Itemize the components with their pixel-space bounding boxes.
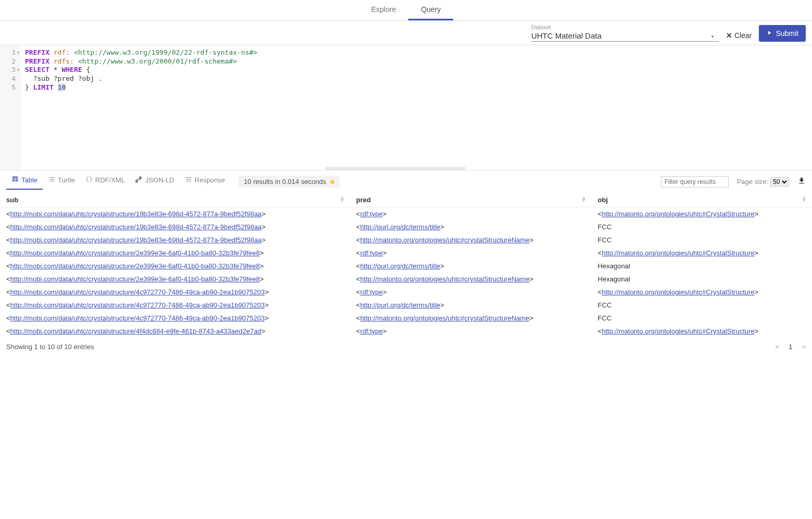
sub-link[interactable]: http://mobi.com/data/uhtc/crystalstructu… (10, 288, 265, 296)
obj-literal: FCC (592, 220, 812, 233)
obj-literal: FCC (592, 233, 812, 246)
pager-next[interactable]: > (802, 343, 806, 351)
table-row: <http://mobi.com/data/uhtc/crystalstruct… (0, 286, 812, 299)
table-row: <http://mobi.com/data/uhtc/crystalstruct… (0, 325, 812, 338)
col-obj[interactable]: obj▲▼ (592, 193, 812, 207)
obj-link[interactable]: http://matonto.org/ontologies/uhtc#Cryst… (602, 327, 754, 335)
table-row: <http://mobi.com/data/uhtc/crystalstruct… (0, 207, 812, 221)
download-icon[interactable] (797, 177, 806, 187)
results-table: sub▲▼ pred▲▼ obj▲▼ <http://mobi.com/data… (0, 193, 812, 338)
submit-label: Submit (776, 29, 798, 38)
pred-link[interactable]: rdf:type (360, 249, 382, 257)
pred-link[interactable]: http://matonto.org/ontologies/uhtc#cryst… (360, 236, 529, 244)
table-row: <http://mobi.com/data/uhtc/crystalstruct… (0, 273, 812, 286)
page-size-select[interactable]: 50 (770, 177, 789, 187)
list-icon (185, 176, 192, 184)
sub-link[interactable]: http://mobi.com/data/uhtc/crystalstructu… (10, 275, 260, 283)
table-icon (11, 176, 19, 184)
status-dot-icon (330, 180, 334, 184)
pred-link[interactable]: http://matonto.org/ontologies/uhtc#cryst… (360, 275, 529, 283)
sub-link[interactable]: http://mobi.com/data/uhtc/crystalstructu… (10, 262, 260, 270)
link-icon (135, 176, 143, 184)
page-size-control: Page size: 50 (737, 177, 789, 187)
clear-label: Clear (734, 31, 752, 40)
obj-literal: Hexagonal (592, 273, 812, 286)
result-controls: Table Turtle RDF/XML JSON-LD Response 10… (0, 170, 812, 193)
filter-input[interactable] (661, 176, 729, 188)
submit-button[interactable]: Submit (759, 25, 806, 42)
dataset-selector[interactable]: Dataset UHTC Material Data (531, 24, 719, 42)
obj-link[interactable]: http://matonto.org/ontologies/uhtc#Cryst… (602, 288, 754, 296)
table-footer: Showing 1 to 10 of 10 entries < 1 > (0, 338, 812, 356)
format-tab-rdfxml[interactable]: RDF/XML (80, 174, 130, 190)
pred-link[interactable]: http://purl.org/dc/terms/title (360, 262, 440, 270)
editor-code[interactable]: PREFIX rdf: <http://www.w3.org/1999/02/2… (21, 45, 812, 170)
format-tab-response[interactable]: Response (180, 174, 231, 190)
obj-link[interactable]: http://matonto.org/ontologies/uhtc#Cryst… (602, 249, 754, 257)
format-tab-jsonld[interactable]: JSON-LD (130, 174, 180, 190)
table-row: <http://mobi.com/data/uhtc/crystalstruct… (0, 233, 812, 246)
pred-link[interactable]: rdf:type (360, 327, 382, 335)
play-icon (766, 29, 772, 38)
sub-link[interactable]: http://mobi.com/data/uhtc/crystalstructu… (10, 249, 260, 257)
top-tabs: Explore Query (0, 0, 812, 21)
dataset-label: Dataset (531, 24, 719, 30)
clear-button[interactable]: ✕ Clear (726, 31, 752, 42)
col-pred[interactable]: pred▲▼ (350, 193, 592, 207)
pager-current[interactable]: 1 (789, 343, 792, 351)
sort-icon: ▲▼ (581, 196, 586, 202)
query-status: 10 results in 0.014 seconds (239, 176, 340, 188)
list-icon (48, 176, 55, 184)
editor-gutter: 1▼ 2 3▼ 4 5 (0, 45, 21, 170)
controls-bar: Dataset UHTC Material Data ✕ Clear Submi… (0, 21, 812, 45)
pred-link[interactable]: http://matonto.org/ontologies/uhtc#cryst… (360, 314, 529, 322)
sub-link[interactable]: http://mobi.com/data/uhtc/crystalstructu… (10, 314, 265, 322)
entries-info: Showing 1 to 10 of 10 entries (6, 343, 94, 351)
pager: < 1 > (776, 343, 806, 351)
tab-query[interactable]: Query (408, 0, 453, 20)
sort-icon: ▲▼ (340, 196, 345, 202)
sub-link[interactable]: http://mobi.com/data/uhtc/crystalstructu… (10, 327, 261, 335)
scroll-indicator[interactable] (325, 167, 466, 170)
sub-link[interactable]: http://mobi.com/data/uhtc/crystalstructu… (10, 301, 265, 309)
obj-literal: Hexagonal (592, 260, 812, 273)
close-icon: ✕ (726, 31, 732, 40)
pager-prev[interactable]: < (776, 343, 780, 351)
dataset-value[interactable]: UHTC Material Data (531, 30, 719, 42)
format-tab-turtle[interactable]: Turtle (43, 174, 80, 190)
obj-literal: FCC (592, 312, 812, 325)
obj-link[interactable]: http://matonto.org/ontologies/uhtc#Cryst… (602, 210, 754, 218)
sub-link[interactable]: http://mobi.com/data/uhtc/crystalstructu… (10, 210, 262, 218)
pred-link[interactable]: rdf:type (360, 288, 382, 296)
format-tabs: Table Turtle RDF/XML JSON-LD Response (6, 174, 230, 190)
query-editor[interactable]: 1▼ 2 3▼ 4 5 PREFIX rdf: <http://www.w3.o… (0, 45, 812, 170)
table-row: <http://mobi.com/data/uhtc/crystalstruct… (0, 312, 812, 325)
table-row: <http://mobi.com/data/uhtc/crystalstruct… (0, 246, 812, 260)
format-tab-table[interactable]: Table (6, 174, 43, 190)
table-row: <http://mobi.com/data/uhtc/crystalstruct… (0, 220, 812, 233)
table-row: <http://mobi.com/data/uhtc/crystalstruct… (0, 299, 812, 312)
sub-link[interactable]: http://mobi.com/data/uhtc/crystalstructu… (10, 223, 262, 231)
tab-explore[interactable]: Explore (359, 0, 408, 20)
pred-link[interactable]: http://purl.org/dc/terms/title (360, 301, 440, 309)
sort-icon: ▲▼ (802, 196, 807, 202)
col-sub[interactable]: sub▲▼ (0, 193, 350, 207)
pred-link[interactable]: http://purl.org/dc/terms/title (360, 223, 440, 231)
code-icon (85, 176, 93, 184)
table-row: <http://mobi.com/data/uhtc/crystalstruct… (0, 260, 812, 273)
obj-literal: FCC (592, 299, 812, 312)
sub-link[interactable]: http://mobi.com/data/uhtc/crystalstructu… (10, 236, 262, 244)
pred-link[interactable]: rdf:type (360, 210, 382, 218)
